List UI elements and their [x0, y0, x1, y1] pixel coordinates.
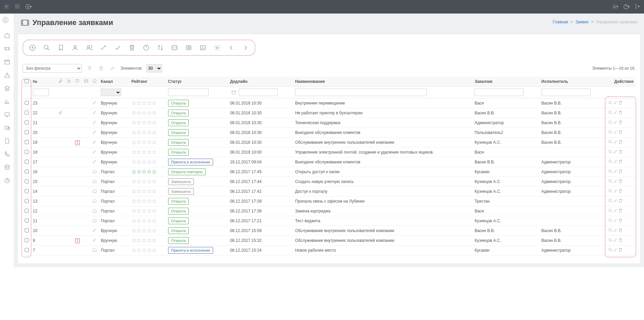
home-nav-icon[interactable]	[4, 32, 10, 40]
add-button[interactable]	[27, 42, 38, 53]
col-name[interactable]: Наименование	[293, 77, 473, 87]
device-nav-icon[interactable]	[4, 125, 10, 132]
breadcrumb-parent[interactable]: Заявки	[575, 20, 589, 24]
delete-action[interactable]	[618, 120, 623, 125]
view-action[interactable]	[608, 130, 613, 135]
row-checkbox[interactable]	[25, 248, 29, 252]
row-checkbox[interactable]	[25, 189, 29, 193]
power-button[interactable]	[140, 42, 152, 53]
users-button[interactable]	[84, 42, 95, 53]
layers-nav-icon[interactable]	[4, 85, 10, 92]
row-checkbox[interactable]	[25, 219, 29, 223]
row-checkbox[interactable]	[25, 140, 29, 144]
settings-button[interactable]	[211, 42, 223, 53]
col-comment-icon[interactable]	[73, 77, 82, 87]
edit-action[interactable]	[613, 208, 618, 214]
funnel-icon[interactable]	[86, 65, 93, 72]
row-checkbox[interactable]	[25, 111, 29, 115]
view-action[interactable]	[608, 208, 613, 214]
edit-action[interactable]	[613, 100, 618, 106]
hamburger-icon[interactable]	[14, 3, 20, 10]
edit-action[interactable]	[613, 130, 618, 135]
filter-status-input[interactable]	[168, 89, 209, 96]
edit-action[interactable]	[613, 238, 618, 243]
edit-filter-icon[interactable]	[109, 65, 116, 72]
col-rating[interactable]: Рейтинг	[130, 77, 166, 87]
col-attach-icon[interactable]	[56, 77, 65, 87]
filter-channel-select[interactable]	[101, 89, 121, 96]
view-action[interactable]	[608, 110, 613, 116]
view-action[interactable]	[608, 228, 613, 233]
delete-action[interactable]	[618, 179, 623, 184]
view-action[interactable]	[608, 159, 613, 165]
view-action[interactable]	[608, 169, 613, 175]
view-action[interactable]	[608, 199, 613, 204]
delete-action[interactable]	[618, 208, 623, 214]
page-size-select[interactable]: 30	[146, 64, 162, 72]
check-button[interactable]	[112, 42, 123, 53]
edit-action[interactable]	[613, 179, 618, 184]
alert-nav-icon[interactable]	[4, 72, 10, 79]
edit-action[interactable]	[613, 189, 618, 194]
edit-action[interactable]	[613, 169, 618, 175]
edit-action[interactable]	[613, 199, 618, 204]
row-checkbox[interactable]	[25, 199, 29, 203]
delete-action[interactable]	[618, 150, 623, 155]
delete-action[interactable]	[618, 248, 623, 253]
col-channel[interactable]: Канал	[99, 77, 130, 87]
gear-icon[interactable]	[3, 3, 9, 10]
col-status[interactable]: Статус	[166, 77, 228, 87]
avatar-icon[interactable]	[2, 17, 12, 26]
database-nav-icon[interactable]	[4, 164, 10, 172]
view-action[interactable]	[608, 140, 613, 145]
fullscreen-button[interactable]	[169, 42, 180, 53]
row-checkbox[interactable]	[25, 179, 29, 183]
col-executor[interactable]: Исполнитель	[539, 77, 606, 87]
delete-action[interactable]	[618, 100, 623, 106]
row-checkbox[interactable]	[25, 228, 29, 232]
edit-action[interactable]	[613, 228, 618, 233]
help-icon[interactable]	[623, 4, 630, 10]
edit-action[interactable]	[613, 218, 618, 224]
search-button[interactable]	[41, 42, 52, 53]
book-nav-icon[interactable]	[4, 138, 10, 145]
row-checkbox[interactable]	[25, 160, 29, 164]
row-checkbox[interactable]	[25, 150, 29, 154]
select-all-checkbox[interactable]	[25, 79, 29, 83]
view-action[interactable]	[608, 120, 613, 125]
filter-num-input[interactable]	[33, 89, 49, 96]
row-checkbox[interactable]	[25, 120, 29, 124]
col-lock-icon[interactable]	[65, 77, 73, 87]
row-checkbox[interactable]	[25, 209, 29, 213]
row-checkbox[interactable]	[25, 169, 29, 174]
edit-action[interactable]	[613, 110, 618, 116]
filter-select[interactable]: Без фильтра	[23, 64, 82, 73]
view-action[interactable]	[608, 218, 613, 224]
delete-action[interactable]	[618, 169, 623, 175]
view-action[interactable]	[608, 189, 613, 194]
delete-action[interactable]	[618, 199, 623, 204]
view-action[interactable]	[608, 248, 613, 253]
bookmark-button[interactable]	[55, 42, 67, 53]
row-checkbox[interactable]	[25, 238, 29, 242]
edit-action[interactable]	[613, 150, 618, 155]
phone-nav-icon[interactable]	[4, 151, 10, 158]
col-deadline[interactable]: Дедлайн	[228, 77, 293, 87]
prev-button[interactable]	[226, 42, 237, 53]
col-num[interactable]: №	[31, 77, 56, 87]
delete-action[interactable]	[618, 110, 623, 116]
delete-action[interactable]	[618, 140, 623, 145]
delete-action[interactable]	[618, 218, 623, 224]
trash-filter-icon[interactable]	[97, 65, 105, 72]
calendar-nav-icon[interactable]	[4, 59, 10, 66]
edit-action[interactable]	[613, 248, 618, 253]
settings-icon[interactable]	[612, 4, 618, 10]
delete-action[interactable]	[618, 228, 623, 233]
delete-button[interactable]	[126, 42, 138, 53]
delete-action[interactable]	[618, 159, 623, 165]
list-button[interactable]	[183, 42, 194, 53]
col-face-icon[interactable]	[90, 77, 99, 87]
edit-action[interactable]	[613, 120, 618, 125]
add-icon[interactable]	[25, 4, 32, 10]
calendar-icon[interactable]	[230, 89, 237, 96]
